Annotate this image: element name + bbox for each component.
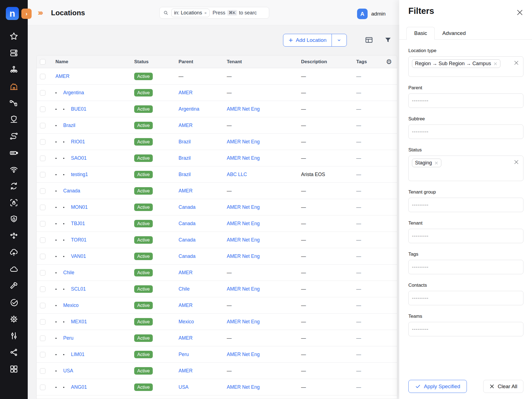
row-checkbox[interactable] — [40, 205, 45, 210]
sidebar-item-apps[interactable] — [9, 314, 19, 324]
location-name-link[interactable]: MON01 — [71, 204, 88, 210]
location-name-link[interactable]: Mexico — [63, 303, 78, 308]
row-checkbox[interactable] — [40, 286, 45, 292]
location-name-link[interactable]: Canada — [63, 188, 80, 194]
sidebar-item-power[interactable] — [9, 148, 19, 157]
sidebar-item-cloud[interactable] — [9, 265, 19, 274]
parent-link[interactable]: AMER — [179, 303, 193, 308]
row-checkbox[interactable] — [40, 188, 45, 194]
parent-link[interactable]: AMER — [179, 90, 193, 95]
tenant-link[interactable]: AMER Net Eng — [227, 253, 260, 259]
parent-link[interactable]: USA — [179, 384, 189, 390]
location-name-link[interactable]: SAO01 — [71, 155, 86, 161]
row-checkbox[interactable] — [40, 352, 45, 357]
location-name-link[interactable]: AMER — [55, 73, 70, 79]
subtree-select[interactable]: --------- — [408, 124, 523, 139]
location-name-link[interactable]: TBJ01 — [71, 221, 85, 226]
add-location-caret-button[interactable] — [332, 34, 347, 46]
row-checkbox[interactable] — [40, 237, 45, 243]
apply-specified-button[interactable]: Apply Specified — [408, 380, 467, 393]
row-checkbox[interactable] — [40, 139, 45, 145]
parent-link[interactable]: Canada — [179, 221, 195, 226]
column-header-status[interactable]: Status — [128, 55, 172, 68]
tenant-link[interactable]: AMER Net Eng — [227, 319, 260, 324]
parent-link[interactable]: Canada — [179, 237, 195, 243]
sidebar-item-favorites[interactable] — [9, 32, 19, 41]
parent-select[interactable]: --------- — [408, 93, 523, 108]
tenant-link[interactable]: AMER Net Eng — [227, 286, 260, 292]
parent-link[interactable]: AMER — [179, 270, 193, 275]
parent-link[interactable]: AMER — [179, 123, 193, 128]
parent-link[interactable]: AMER — [179, 188, 193, 194]
search-scope-chip[interactable]: in: Locations × — [171, 9, 210, 17]
sidebar-item-load-balancer[interactable] — [9, 231, 19, 241]
location-name-link[interactable]: Brazil — [63, 123, 75, 128]
chip-remove-icon[interactable] — [493, 62, 497, 66]
parent-link[interactable]: Argentina — [179, 106, 199, 112]
location-name-link[interactable]: testing1 — [71, 172, 88, 177]
column-header-tags[interactable]: Tags — [350, 55, 381, 68]
row-checkbox[interactable] — [40, 74, 45, 79]
parent-link[interactable]: AMER — [179, 335, 193, 341]
location-name-link[interactable]: SCL01 — [71, 286, 86, 292]
parent-link[interactable]: Canada — [179, 204, 195, 210]
row-checkbox[interactable] — [40, 106, 45, 112]
row-checkbox[interactable] — [40, 254, 45, 259]
tags-select[interactable]: --------- — [408, 260, 523, 274]
tenant-link[interactable]: AMER Net Eng — [227, 352, 260, 357]
parent-link[interactable]: Peru — [179, 352, 189, 357]
add-location-button[interactable]: Add Location — [283, 34, 332, 46]
tenant-link[interactable]: AMER Net Eng — [227, 237, 260, 243]
tenant-group-select[interactable]: --------- — [408, 198, 523, 212]
parent-link[interactable]: Brazil — [179, 139, 191, 144]
location-name-link[interactable]: RIO01 — [71, 139, 85, 144]
tab-advanced[interactable]: Advanced — [435, 27, 473, 39]
tenant-select[interactable]: --------- — [408, 229, 523, 243]
location-name-link[interactable]: MEX01 — [71, 319, 87, 324]
location-name-link[interactable]: Chile — [63, 270, 74, 275]
row-checkbox[interactable] — [40, 221, 45, 227]
sidebar-item-devices[interactable] — [9, 48, 19, 58]
sidebar-item-firewall[interactable] — [9, 215, 19, 224]
clear-all-button[interactable]: Clear All — [483, 380, 523, 393]
sidebar-item-locations[interactable] — [9, 82, 19, 91]
tab-basic[interactable]: Basic — [406, 27, 435, 40]
teams-select[interactable]: --------- — [408, 322, 523, 336]
location-name-link[interactable]: ANG01 — [71, 384, 87, 390]
sidebar-item-cables[interactable] — [9, 98, 19, 108]
sidebar-item-integrations[interactable] — [9, 348, 19, 357]
sidebar-item-security[interactable] — [9, 115, 19, 124]
column-header-description[interactable]: Description — [294, 55, 350, 68]
close-filters-button[interactable] — [515, 8, 524, 17]
tenant-link[interactable]: AMER Net Eng — [227, 221, 260, 226]
sidebar-expand-button[interactable]: › — [21, 9, 32, 19]
sidebar-item-organization[interactable] — [9, 65, 19, 74]
global-search-input[interactable]: in: Locations × Press ⌘K to searc — [159, 7, 269, 19]
user-menu[interactable]: A admin — [357, 9, 386, 19]
clear-field-button[interactable] — [513, 59, 520, 67]
selected-value-chip[interactable]: Region → Sub Region → Campus — [412, 59, 500, 68]
parent-link[interactable]: Canada — [179, 253, 195, 259]
row-checkbox[interactable] — [40, 303, 45, 308]
location-name-link[interactable]: Argentina — [63, 90, 84, 95]
tenant-link[interactable]: AMER Net Eng — [227, 384, 260, 390]
select-all-checkbox[interactable] — [40, 59, 45, 65]
column-header-name[interactable]: Name — [49, 55, 128, 68]
parent-link[interactable]: Mexico — [179, 319, 194, 324]
tenant-link[interactable]: AMER Net Eng — [227, 106, 260, 112]
parent-link[interactable]: Brazil — [179, 155, 191, 161]
app-logo[interactable]: n — [6, 7, 19, 20]
chip-remove-icon[interactable] — [434, 161, 438, 165]
sidebar-item-routing[interactable] — [9, 131, 19, 141]
sidebar-item-validation[interactable] — [9, 298, 19, 307]
column-header-tenant[interactable]: Tenant — [220, 55, 294, 68]
tenant-link[interactable]: AMER Net Eng — [227, 204, 260, 210]
clear-field-button[interactable] — [513, 159, 520, 166]
sidebar-item-jobs[interactable] — [9, 281, 19, 291]
location-name-link[interactable]: TOR01 — [71, 237, 86, 243]
tenant-link[interactable]: AMER Net Eng — [227, 139, 260, 144]
sidebar-item-wireless[interactable] — [9, 165, 19, 174]
parent-link[interactable]: Brazil — [179, 172, 191, 177]
location-name-link[interactable]: Peru — [63, 335, 73, 341]
sidebar-item-sync[interactable] — [9, 181, 19, 191]
